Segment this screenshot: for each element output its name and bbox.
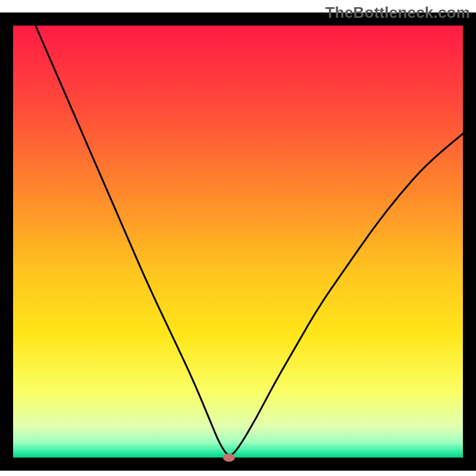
minimum-marker xyxy=(223,453,235,462)
watermark-text: TheBottleneck.com xyxy=(325,4,470,22)
gradient-field xyxy=(13,19,463,458)
chart-frame: TheBottleneck.com xyxy=(0,0,476,476)
bottleneck-chart xyxy=(0,0,476,476)
